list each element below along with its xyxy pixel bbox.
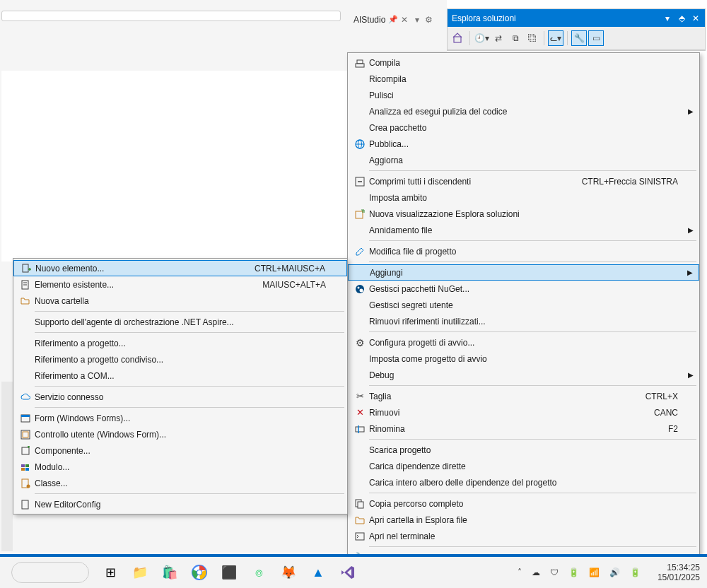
volume-icon[interactable]: 🔊 [609, 568, 620, 577]
svg-rect-0 [454, 37, 461, 42]
document-tab[interactable]: AIStudio 📌 ✕ [349, 12, 412, 28]
context-menu-item-15[interactable]: Aggiungi▶ [348, 264, 699, 281]
context-menu-item-16[interactable]: Gestisci pacchetti NuGet... [348, 281, 699, 297]
menu-item-label: Comprimi tutti i discendenti [369, 177, 561, 187]
add-submenu-item-7[interactable]: Riferimento a progetto condiviso... [13, 351, 347, 368]
rename-icon [351, 424, 369, 434]
wrench-icon[interactable]: 🔧 [571, 30, 587, 46]
add-submenu-item-16[interactable]: Classe... [13, 475, 347, 491]
power-icon[interactable]: 🔋 [630, 568, 641, 577]
add-submenu-item-18[interactable]: New EditorConfig [13, 496, 347, 512]
taskview-icon[interactable]: ⊞ [102, 564, 119, 581]
tree-icon[interactable]: ᓚ▾ [548, 30, 563, 46]
taskbar-search[interactable] [11, 562, 89, 583]
pin-icon[interactable]: ⬘ [677, 13, 686, 23]
add-submenu-item-0[interactable]: Nuovo elemento...CTRL+MAIUSC+A [13, 260, 347, 276]
component-icon [16, 446, 35, 456]
clock-time: 15:34:25 [658, 563, 700, 572]
context-menu-item-32[interactable]: Copia percorso completo [348, 495, 699, 512]
pin-icon[interactable]: 📌 [388, 15, 398, 24]
explorer-icon[interactable]: 📁 [132, 564, 148, 581]
firefox-icon[interactable]: 🦊 [280, 564, 297, 581]
menu-item-label: Nuovo elemento... [35, 264, 233, 274]
sync-icon[interactable]: ⇄ [491, 30, 506, 46]
menu-item-label: Modulo... [35, 462, 326, 472]
history-icon[interactable]: 🕘▾ [474, 30, 489, 46]
add-submenu-item-2[interactable]: Nuova cartella [13, 293, 347, 309]
context-menu-item-17[interactable]: Gestisci segreti utente [348, 297, 699, 313]
solution-explorer-header[interactable]: Esplora soluzioni ▾ ⬘ ✕ [448, 9, 705, 27]
context-menu-item-21[interactable]: Imposta come progetto di avvio [348, 351, 699, 367]
context-menu-item-25[interactable]: ✕RimuoviCANC [348, 404, 699, 421]
context-menu-item-22[interactable]: Debug▶ [348, 367, 699, 383]
solution-explorer-title: Esplora soluzioni [452, 13, 662, 23]
context-menu-item-1[interactable]: Ricompila [348, 71, 699, 87]
solution-explorer-panel: Esplora soluzioni ▾ ⬘ ✕ 🕘▾ ⇄ ⧉ ⿻ ᓚ▾ 🔧 ▭ [447, 8, 706, 51]
add-submenu-item-15[interactable]: Modulo... [13, 459, 347, 475]
context-menu-item-8[interactable]: Comprimi tutti i discendentiCTRL+Freccia… [348, 173, 699, 189]
doc-icon[interactable]: ▭ [588, 30, 604, 46]
copy-icon[interactable]: ⧉ [508, 30, 523, 46]
home-icon[interactable] [450, 30, 466, 46]
stack-icon[interactable]: ⿻ [525, 30, 540, 46]
context-menu-item-18[interactable]: Rimuovi riferimenti inutilizzati... [348, 313, 699, 329]
dropdown-icon[interactable]: ▾ [662, 13, 672, 23]
menu-item-label: Nuova cartella [35, 296, 326, 306]
defender-icon[interactable]: 🛡 [550, 568, 559, 577]
context-menu-item-2[interactable]: Pulisci [348, 87, 699, 103]
menu-item-label: Carica dipendenze dirette [369, 461, 678, 471]
context-menu-item-33[interactable]: Apri cartella in Esplora file [348, 512, 699, 528]
chrome-icon[interactable] [191, 564, 208, 581]
context-menu-item-0[interactable]: Compila [348, 54, 699, 71]
context-menu-item-13[interactable]: Modifica file di progetto [348, 243, 699, 259]
chevron-down-icon[interactable]: ▾ [412, 15, 422, 25]
context-menu-item-11[interactable]: Annidamento file▶ [348, 222, 699, 238]
context-menu-item-4[interactable]: Crea pacchetto [348, 119, 699, 136]
context-menu-item-29[interactable]: Carica dipendenze dirette [348, 458, 699, 474]
collapse-icon [351, 177, 369, 187]
close-icon[interactable]: ✕ [401, 15, 408, 25]
menu-item-shortcut: CTRL+Freccia SINISTRA [561, 177, 678, 187]
taskbar-clock[interactable]: 15:34:25 15/01/2025 [658, 563, 700, 582]
add-submenu-item-14[interactable]: Componente... [13, 442, 347, 459]
context-menu-item-6[interactable]: Aggiorna [348, 152, 699, 168]
context-menu-item-5[interactable]: Pubblica... [348, 136, 699, 152]
add-submenu: Nuovo elemento...CTRL+MAIUSC+AElemento e… [13, 258, 348, 514]
close-icon[interactable]: ✕ [691, 13, 701, 23]
context-menu-item-20[interactable]: ⚙Configura progetti di avvio... [348, 334, 699, 351]
whatsapp-icon[interactable]: ⌾ [250, 564, 267, 581]
context-menu-item-9[interactable]: Imposta ambito [348, 189, 699, 206]
add-submenu-item-6[interactable]: Riferimento a progetto... [13, 335, 347, 351]
newitem-icon [17, 264, 35, 274]
svg-rect-27 [21, 464, 25, 467]
context-menu-item-24[interactable]: ✂TagliaCTRL+X [348, 388, 699, 404]
submenu-arrow-icon: ▶ [688, 226, 694, 234]
add-submenu-item-13[interactable]: Controllo utente (Windows Form)... [13, 426, 347, 442]
onedrive-icon[interactable]: ☁ [532, 568, 540, 577]
menu-item-label: Rinomina [369, 424, 647, 434]
add-submenu-item-8[interactable]: Riferimento a COM... [13, 368, 347, 384]
svg-rect-26 [22, 447, 29, 454]
context-menu-item-3[interactable]: Analizza ed esegui pulizia del codice▶ [348, 103, 699, 119]
menu-item-shortcut: F2 [647, 424, 678, 434]
add-submenu-item-12[interactable]: Form (Windows Forms)... [13, 410, 347, 426]
azure-icon[interactable]: ▲ [310, 564, 327, 581]
tray-chevron-icon[interactable]: ˄ [518, 568, 522, 577]
add-submenu-item-10[interactable]: Servizio connesso [13, 389, 347, 405]
context-menu-item-10[interactable]: Nuova visualizzazione Esplora soluzioni [348, 206, 699, 222]
wifi-icon[interactable]: 📶 [589, 568, 600, 577]
context-menu-item-28[interactable]: Scarica progetto [348, 442, 699, 458]
terminal-icon[interactable]: ⬛ [221, 564, 238, 581]
battery-icon[interactable]: 🔋 [568, 568, 579, 577]
menu-item-label: Configura progetti di avvio... [369, 338, 678, 348]
context-menu-item-26[interactable]: RinominaF2 [348, 421, 699, 437]
gear-icon[interactable]: ⚙ [422, 15, 436, 25]
add-submenu-item-4[interactable]: Supporto dell'agente di orchestrazione .… [13, 314, 347, 330]
context-menu-item-34[interactable]: Apri nel terminale [348, 528, 699, 544]
store-icon[interactable]: 🛍️ [161, 564, 178, 581]
gear-icon: ⚙ [351, 337, 369, 348]
context-menu-item-30[interactable]: Carica intero albero delle dipendenze de… [348, 474, 699, 490]
add-submenu-item-1[interactable]: Elemento esistente...MAIUSC+ALT+A [13, 276, 347, 293]
svg-rect-18 [23, 264, 28, 272]
visualstudio-icon[interactable] [339, 564, 356, 581]
